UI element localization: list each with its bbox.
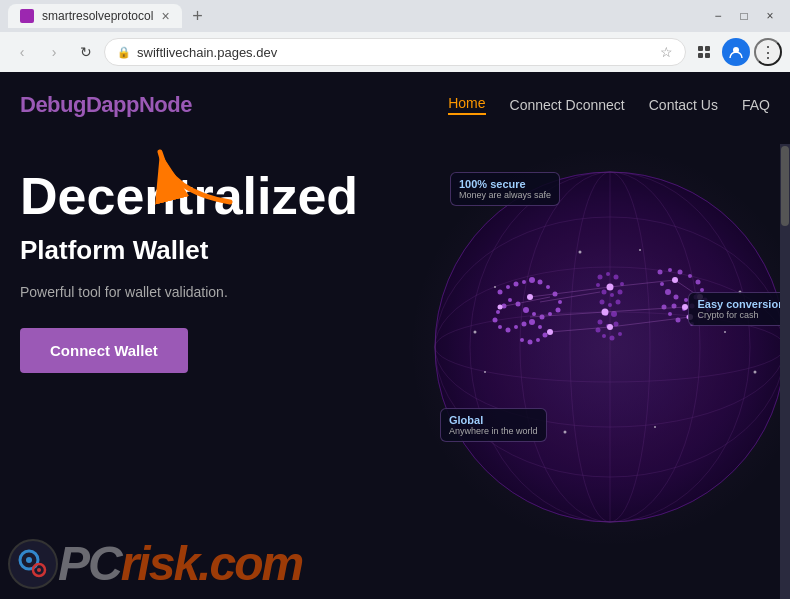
minimize-button[interactable]: − <box>706 4 730 28</box>
browser-window: smartresolveprotocol × + − □ × ‹ › ↻ 🔒 s… <box>0 0 790 72</box>
tab-title: smartresolveprotocol <box>42 9 153 23</box>
address-bar[interactable]: 🔒 swiftlivechain.pages.dev ☆ <box>104 38 686 66</box>
connect-wallet-button[interactable]: Connect Wallet <box>20 328 188 373</box>
global-badge-title: Global <box>449 414 538 426</box>
tab-close-button[interactable]: × <box>161 8 169 24</box>
maximize-button[interactable]: □ <box>732 4 756 28</box>
svg-point-113 <box>654 426 656 428</box>
watermark-icon <box>8 539 58 589</box>
watermark-com: com <box>209 536 302 591</box>
nav-home[interactable]: Home <box>448 95 485 115</box>
title-bar: smartresolveprotocol × + − □ × <box>0 0 790 32</box>
logo-suffix: DappNode <box>86 92 192 117</box>
browser-tab[interactable]: smartresolveprotocol × <box>8 4 182 28</box>
watermark-risk: risk <box>121 536 198 591</box>
svg-point-118 <box>26 557 32 563</box>
hero-subtitle: Platform Wallet <box>20 235 770 266</box>
hero-section: Decentralized Platform Wallet Powerful t… <box>0 138 790 393</box>
extensions-button[interactable] <box>690 38 718 66</box>
address-bar-row: ‹ › ↻ 🔒 swiftlivechain.pages.dev ☆ ⋮ <box>0 32 790 72</box>
watermark-pc: PC <box>58 536 121 591</box>
nav-faq[interactable]: FAQ <box>742 97 770 113</box>
logo-prefix: Debug <box>20 92 86 117</box>
forward-button[interactable]: › <box>40 38 68 66</box>
nav-contact-us[interactable]: Contact Us <box>649 97 718 113</box>
close-button[interactable]: × <box>758 4 782 28</box>
nav-links: Home Connect Dconnect Contact Us FAQ <box>448 95 770 115</box>
lock-icon: 🔒 <box>117 46 131 59</box>
svg-rect-0 <box>698 46 703 51</box>
nav-connect-dconnect[interactable]: Connect Dconnect <box>510 97 625 113</box>
watermark-dot: . <box>198 536 209 591</box>
pcrisk-watermark: PC risk . com <box>0 528 310 599</box>
webpage-content: DebugDappNode Home Connect Dconnect Cont… <box>0 72 790 599</box>
address-text: swiftlivechain.pages.dev <box>137 45 654 60</box>
hero-title: Decentralized <box>20 168 770 225</box>
svg-point-120 <box>37 568 41 572</box>
back-button[interactable]: ‹ <box>8 38 36 66</box>
browser-menu-button[interactable]: ⋮ <box>754 38 782 66</box>
feature-badge-global: Global Anywhere in the world <box>440 408 547 442</box>
global-badge-desc: Anywhere in the world <box>449 426 538 436</box>
svg-rect-3 <box>705 53 710 58</box>
orange-arrow <box>150 142 240 216</box>
watermark-text: PC risk . com <box>58 536 302 591</box>
site-navigation: DebugDappNode Home Connect Dconnect Cont… <box>0 72 790 138</box>
reload-button[interactable]: ↻ <box>72 38 100 66</box>
svg-rect-2 <box>698 53 703 58</box>
svg-point-112 <box>564 431 567 434</box>
svg-rect-1 <box>705 46 710 51</box>
new-tab-button[interactable]: + <box>186 4 210 28</box>
site-logo: DebugDappNode <box>20 92 192 118</box>
profile-button[interactable] <box>722 38 750 66</box>
tab-favicon <box>20 9 34 23</box>
bookmark-icon[interactable]: ☆ <box>660 44 673 60</box>
window-controls: − □ × <box>706 4 782 28</box>
hero-description: Powerful tool for wallet validation. <box>20 284 770 300</box>
